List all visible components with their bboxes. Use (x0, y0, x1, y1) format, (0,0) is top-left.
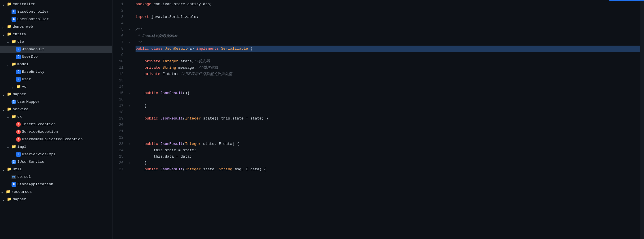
fold-icon-18 (128, 109, 132, 115)
fold-icon-5[interactable]: ▾ (128, 27, 132, 33)
line-number-8: 8 (112, 46, 123, 52)
sidebar-item-service[interactable]: 📁service (0, 106, 112, 113)
class-c-icon: C (16, 152, 21, 157)
code-line-14 (136, 84, 640, 90)
exception-icon: ! (16, 137, 21, 142)
item-label: util (13, 166, 22, 173)
sidebar-item-UserDto[interactable]: CUserDto (0, 53, 112, 61)
line-number-27: 27 (112, 166, 123, 173)
fold-icon-1 (128, 1, 132, 8)
sidebar-item-UserServiceImpl[interactable]: CUserServiceImpl (0, 151, 112, 158)
fold-icon-17[interactable]: ▾ (128, 103, 132, 109)
sidebar-item-db.sql[interactable]: DBdb.sql (0, 173, 112, 181)
chevron-open-icon (2, 167, 6, 171)
line-number-17: 17 (112, 103, 123, 109)
sidebar-item-BaseController[interactable]: CBaseController (0, 8, 112, 16)
fold-icon-25 (128, 154, 132, 160)
line-number-5: 5 (112, 27, 123, 33)
code-line-4 (136, 20, 640, 27)
code-line-15: public JsonResult(){ (136, 90, 640, 96)
file-tree[interactable]: 📁controllerCBaseControllerCUserControlle… (0, 0, 112, 239)
code-line-19: public JsonResult(Integer state){ this.s… (136, 115, 640, 122)
sidebar-item-vo[interactable]: 📁vo (0, 83, 112, 91)
item-label: service (13, 106, 29, 113)
sidebar-item-demos.web[interactable]: 📁demos.web (0, 23, 112, 31)
code-line-18 (136, 109, 640, 115)
editor-scrollbar[interactable] (640, 1, 644, 239)
item-label: mapper (13, 91, 26, 98)
item-label: IUserService (17, 159, 44, 165)
code-line-17: } (136, 103, 640, 109)
code-text-17: } (136, 103, 640, 109)
fold-icon-23[interactable]: ▾ (128, 141, 132, 147)
chevron-open-icon (2, 92, 6, 96)
fold-icon-7[interactable]: ▾ (128, 39, 132, 46)
line-number-4: 4 (112, 20, 123, 27)
sidebar-item-model[interactable]: 📁model (0, 61, 112, 68)
item-label: UserMapper (17, 99, 40, 105)
sidebar-item-UserController[interactable]: CUserController (0, 16, 112, 23)
sidebar-item-mapper2[interactable]: 📁mapper (0, 196, 112, 203)
chevron-open-icon (2, 107, 6, 111)
chevron-closed-icon (12, 85, 16, 89)
chevron-empty (7, 10, 11, 14)
code-text-11: private String message; //描述信息 (136, 65, 640, 71)
item-label: entity (13, 31, 26, 38)
line-number-10: 10 (112, 58, 123, 65)
exception-icon: ! (16, 130, 21, 134)
chevron-empty (12, 137, 16, 141)
sidebar-item-BaseEntity[interactable]: CBaseEntity (0, 68, 112, 76)
item-label: BaseController (17, 9, 49, 15)
sidebar-item-impl[interactable]: 📁impl (0, 143, 112, 151)
sidebar-item-InsertException[interactable]: !InsertException (0, 121, 112, 128)
line-number-9: 9 (112, 52, 123, 58)
sidebar-item-dto[interactable]: 📁dto (0, 38, 112, 46)
fold-icon-3 (128, 14, 132, 20)
code-line-10: private Integer state;//状态码 (136, 58, 640, 65)
fold-icon-26[interactable]: ▾ (128, 160, 132, 166)
chevron-open-icon (2, 197, 6, 201)
line-number-13: 13 (112, 77, 123, 84)
chevron-empty (7, 160, 11, 164)
line-number-2: 2 (112, 8, 123, 14)
fold-icon-13 (128, 77, 132, 84)
fold-icon-15[interactable]: ▾ (128, 90, 132, 96)
code-line-27: public JsonResult(Integer state, String … (136, 166, 640, 173)
sidebar-item-StoreApplication[interactable]: CStoreApplication (0, 181, 112, 188)
code-content[interactable]: package com.ivan.store.entity.dto;import… (133, 1, 640, 239)
sidebar-item-UserMapper[interactable]: IUserMapper (0, 98, 112, 106)
chevron-open-icon (7, 62, 11, 66)
interface-icon: I (12, 100, 16, 104)
chevron-empty (7, 17, 11, 21)
folder-icon: 📁 (7, 25, 12, 29)
code-text-24: this.state = state; (136, 147, 640, 154)
item-label: InsertException (22, 121, 56, 128)
line-number-22: 22 (112, 135, 123, 141)
chevron-empty (7, 100, 11, 104)
item-label: resources (12, 189, 32, 195)
line-number-26: 26 (112, 160, 123, 166)
item-label: User (22, 76, 31, 83)
sidebar-item-JsonResult[interactable]: CJsonResult (0, 46, 112, 53)
sidebar-item-controller[interactable]: 📁controller (0, 1, 112, 8)
sidebar-item-ServiceException[interactable]: !ServiceException (0, 128, 112, 136)
sidebar-item-util[interactable]: 📁util (0, 166, 112, 173)
sidebar-item-resources[interactable]: 📁resources (0, 188, 112, 196)
sidebar-item-entity[interactable]: 📁entity (0, 31, 112, 38)
line-number-1: 1 (112, 1, 123, 8)
sidebar-item-User[interactable]: CUser (0, 76, 112, 83)
sidebar-item-IUserService[interactable]: IIUserService (0, 158, 112, 166)
fold-gutter[interactable]: ▾▾▾▾▾▾ (127, 1, 133, 239)
item-label: ServiceException (22, 129, 58, 135)
sidebar-item-ex[interactable]: 📁ex (0, 113, 112, 121)
fold-icon-6 (128, 33, 132, 39)
sidebar-item-mapper[interactable]: 📁mapper (0, 91, 112, 98)
line-number-6: 6 (112, 33, 123, 39)
sidebar-item-UsernameDuplicatedException[interactable]: !UsernameDuplicatedException (0, 136, 112, 143)
item-label: ex (17, 114, 22, 120)
folder-icon: 📁 (12, 145, 16, 149)
item-label: demos.web (13, 24, 33, 30)
code-line-1: package com.ivan.store.entity.dto; (136, 1, 640, 8)
code-text-23: public JsonResult(Integer state, E data)… (136, 141, 640, 147)
chevron-empty (12, 122, 16, 126)
